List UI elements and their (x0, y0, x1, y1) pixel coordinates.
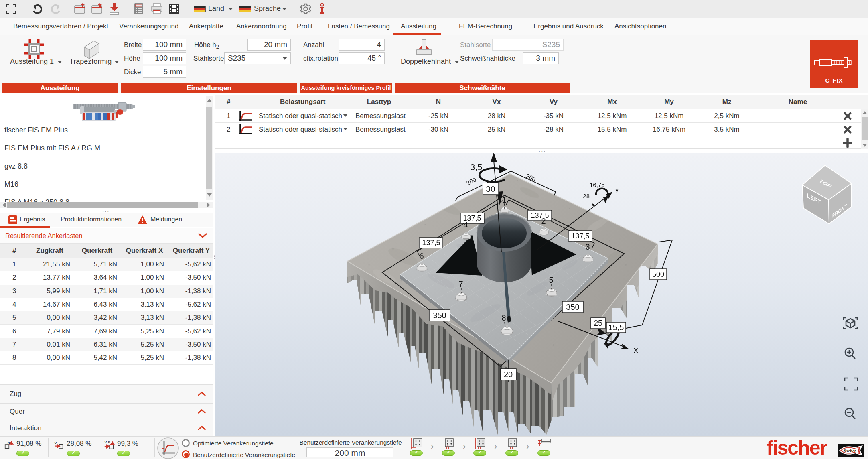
svg-text:30: 30 (486, 184, 495, 193)
svg-text:15,5: 15,5 (608, 323, 624, 332)
svg-text:25: 25 (594, 319, 602, 327)
svg-text:350: 350 (433, 311, 446, 320)
svg-text:137,5: 137,5 (531, 211, 549, 219)
svg-text:7: 7 (458, 280, 463, 288)
svg-text:3: 3 (585, 242, 590, 251)
svg-text:6: 6 (419, 252, 424, 260)
svg-text:N: N (8, 441, 10, 445)
svg-text:200: 200 (525, 172, 537, 183)
svg-text:500: 500 (652, 270, 664, 278)
svg-text:16,75: 16,75 (590, 181, 605, 188)
svg-text:28: 28 (583, 193, 590, 199)
svg-text:8: 8 (501, 313, 506, 322)
svg-text:137,5: 137,5 (422, 239, 440, 247)
svg-text:V: V (105, 441, 107, 444)
svg-text:20: 20 (504, 370, 513, 379)
svg-text:3,5: 3,5 (470, 162, 483, 172)
svg-text:5: 5 (549, 276, 553, 284)
svg-text:350: 350 (566, 303, 579, 311)
svg-text:y: y (615, 187, 619, 193)
svg-text:V: V (55, 441, 57, 445)
svg-text:N: N (108, 440, 110, 443)
svg-text:137,5: 137,5 (571, 232, 589, 240)
svg-text:4: 4 (463, 220, 468, 229)
svg-text:200: 200 (465, 176, 477, 186)
svg-text:fischer: fischer (844, 448, 856, 453)
svg-text:x: x (634, 345, 638, 354)
svg-text:2: 2 (541, 217, 546, 225)
svg-text:1: 1 (502, 195, 506, 204)
